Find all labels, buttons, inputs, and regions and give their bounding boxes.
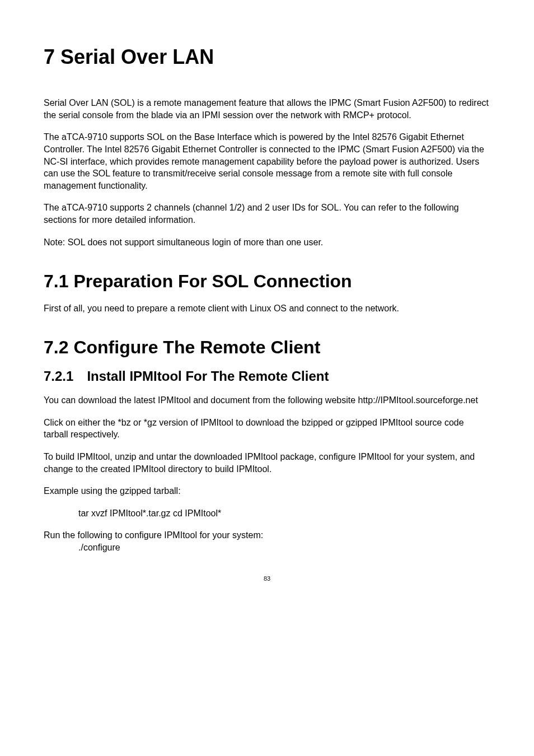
section-7-1-heading: 7.1 Preparation For SOL Connection — [44, 270, 490, 292]
section-7-2-1-p2: Click on either the *bz or *gz version o… — [44, 417, 490, 441]
page-number: 83 — [44, 575, 490, 582]
intro-note: Note: SOL does not support simultaneous … — [44, 236, 490, 249]
section-7-2-heading: 7.2 Configure The Remote Client — [44, 337, 490, 358]
intro-paragraph-2: The aTCA-9710 supports SOL on the Base I… — [44, 131, 490, 192]
section-7-2-1-heading: 7.2.1 Install IPMItool For The Remote Cl… — [44, 368, 490, 385]
intro-paragraph-3: The aTCA-9710 supports 2 channels (chann… — [44, 202, 490, 226]
intro-paragraph-1: Serial Over LAN (SOL) is a remote manage… — [44, 97, 490, 121]
command-line-2: ./configure — [44, 542, 490, 554]
chapter-title: 7 Serial Over LAN — [44, 45, 490, 69]
section-7-2-1-p3: To build IPMItool, unzip and untar the d… — [44, 451, 490, 475]
section-7-2-1-p1: You can download the latest IPMItool and… — [44, 394, 490, 407]
section-7-2-1-p5: Run the following to configure IPMItool … — [44, 529, 490, 542]
section-7-1-paragraph: First of all, you need to prepare a remo… — [44, 302, 490, 315]
section-7-2-1-p4: Example using the gzipped tarball: — [44, 485, 490, 497]
command-line-1: tar xvzf IPMItool*.tar.gz cd IPMItool* — [44, 507, 490, 520]
